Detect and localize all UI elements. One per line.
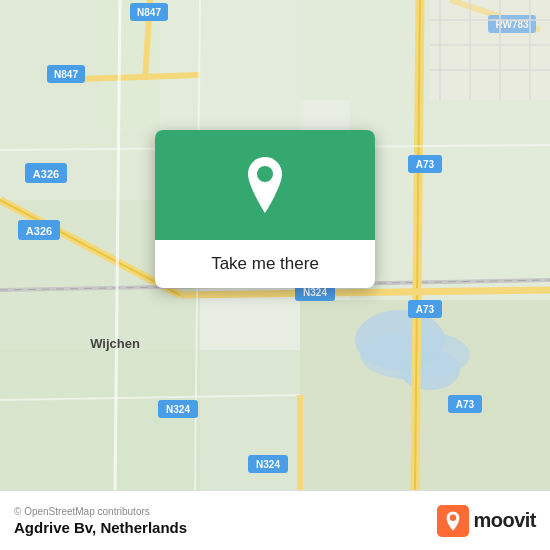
map-container: A326 A326 N847 N847 A73 A73 A73 RW783 N3… (0, 0, 550, 490)
popup-card[interactable]: Take me there (155, 130, 375, 288)
svg-text:N324: N324 (166, 404, 190, 415)
svg-text:N847: N847 (54, 69, 78, 80)
location-pin-icon (241, 157, 289, 213)
moovit-logo: moovit (437, 505, 536, 537)
svg-text:N324: N324 (256, 459, 280, 470)
bottom-bar: © OpenStreetMap contributors Agdrive Bv,… (0, 490, 550, 550)
svg-rect-56 (430, 0, 550, 100)
svg-text:N847: N847 (137, 7, 161, 18)
svg-text:A326: A326 (26, 225, 52, 237)
svg-point-59 (450, 514, 456, 520)
copyright-text: © OpenStreetMap contributors (14, 506, 187, 517)
svg-text:A326: A326 (33, 168, 59, 180)
svg-text:N324: N324 (303, 287, 327, 298)
popup-top (155, 130, 375, 240)
moovit-brand-icon (437, 505, 469, 537)
moovit-brand-text: moovit (473, 509, 536, 532)
place-name: Agdrive Bv, Netherlands (14, 519, 187, 536)
svg-text:A73: A73 (456, 399, 475, 410)
svg-rect-5 (350, 100, 550, 300)
svg-text:A73: A73 (416, 304, 435, 315)
svg-text:A73: A73 (416, 159, 435, 170)
svg-point-57 (257, 166, 273, 182)
svg-text:Wijchen: Wijchen (90, 336, 140, 351)
left-section: © OpenStreetMap contributors Agdrive Bv,… (14, 506, 187, 536)
take-me-there-button[interactable]: Take me there (211, 254, 319, 274)
popup-bottom[interactable]: Take me there (155, 240, 375, 288)
svg-line-17 (180, 290, 550, 295)
